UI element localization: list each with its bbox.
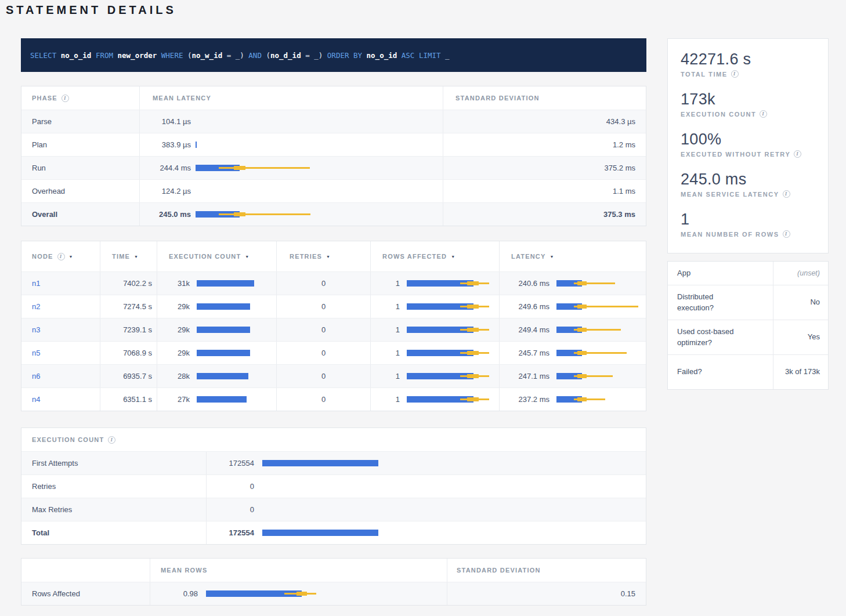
sort-desc-icon xyxy=(69,255,74,259)
column-header-retries[interactable]: RETRIES xyxy=(277,241,371,271)
count-bar-chart xyxy=(197,303,268,310)
count-bar-chart xyxy=(262,530,635,536)
column-header-label: NODE xyxy=(32,253,53,260)
column-header-rows-affected[interactable]: ROWS AFFECTED xyxy=(371,241,500,271)
info-icon[interactable] xyxy=(731,70,739,78)
table-row: n1 7402.2 s 31k 0 1 240.6 ms xyxy=(21,271,646,295)
stdev-mid-bar xyxy=(577,305,587,309)
detail-value: (unset) xyxy=(773,262,828,285)
mean-latency-value: 383.9 µs xyxy=(140,140,191,149)
execution-count-value: 29k xyxy=(157,302,190,311)
rows-affected-value: 1 xyxy=(371,302,400,311)
count-bar xyxy=(197,280,254,287)
mean-rows-value: 0.98 xyxy=(150,589,198,598)
latency-value: 237.2 ms xyxy=(500,395,549,404)
phase-name: Run xyxy=(21,157,140,179)
execution-count-value: 29k xyxy=(157,325,190,334)
latency-bar-chart xyxy=(556,350,638,356)
sql-identifier: no_w_id xyxy=(192,51,223,60)
detail-label: Used cost-based optimizer? xyxy=(677,327,746,349)
stdev-mid-bar xyxy=(577,374,587,378)
stdev-value: 375.3 ms xyxy=(443,203,646,226)
node-stats-table: NODE TIME EXECUTION COUNT RETRIES ROWS A… xyxy=(21,241,646,411)
detail-value: No xyxy=(773,285,828,320)
stdev-mid-bar xyxy=(467,328,479,332)
column-header-latency[interactable]: LATENCY xyxy=(500,241,646,271)
stat-label: EXECUTED WITHOUT RETRY xyxy=(681,151,790,158)
time-value: 7402.2 s xyxy=(100,272,157,295)
mean-latency-value: 245.0 ms xyxy=(140,210,191,219)
sql-keyword: WHERE xyxy=(161,51,187,60)
stat-mean-service-latency: 245.0 ms MEAN SERVICE LATENCY xyxy=(681,171,815,198)
retries-value: 0 xyxy=(277,295,371,318)
latency-bar-chart xyxy=(556,280,638,287)
rows-bar-chart xyxy=(407,303,491,310)
rows-bar-chart xyxy=(407,373,491,379)
exec-row-value: 172554 xyxy=(207,528,254,537)
latency-value: 249.6 ms xyxy=(500,302,549,311)
rows-affected-value: 1 xyxy=(371,349,400,357)
info-icon[interactable] xyxy=(57,253,65,260)
node-link[interactable]: n5 xyxy=(32,349,40,357)
stdev-bar xyxy=(219,213,310,215)
exec-row-value: 172554 xyxy=(207,459,254,468)
sql-identifier: no_o_id xyxy=(367,51,402,60)
stat-value: 245.0 ms xyxy=(681,171,815,189)
latency-value: 249.4 ms xyxy=(500,325,549,334)
sql-text: = _) xyxy=(222,51,248,60)
rows-bar-chart xyxy=(407,327,491,333)
stdev-mid-bar xyxy=(467,305,479,309)
column-header-node[interactable]: NODE xyxy=(21,241,100,271)
retries-value: 0 xyxy=(277,365,371,387)
sql-keyword: ASC LIMIT xyxy=(402,51,445,60)
detail-label: Distributed execution? xyxy=(677,292,746,314)
sql-statement: SELECT no_o_id FROM new_order WHERE (no_… xyxy=(21,38,646,72)
detail-label: Failed? xyxy=(677,367,702,378)
sql-text: ( xyxy=(266,51,270,60)
info-icon[interactable] xyxy=(62,95,69,102)
column-header-execution-count[interactable]: EXECUTION COUNT xyxy=(157,241,277,271)
stat-value: 173k xyxy=(681,90,815,108)
node-link[interactable]: n6 xyxy=(32,372,40,381)
info-icon[interactable] xyxy=(783,190,790,198)
stat-mean-number-of-rows: 1 MEAN NUMBER OF ROWS xyxy=(681,211,815,238)
info-icon[interactable] xyxy=(108,436,115,444)
stat-value: 1 xyxy=(681,211,815,229)
column-header-empty xyxy=(21,559,150,582)
rows-bar-chart xyxy=(407,396,491,403)
sql-keyword: SELECT xyxy=(30,51,61,60)
stdev-value: 1.1 ms xyxy=(443,180,646,202)
table-row: Max Retries 0 xyxy=(21,498,646,521)
sort-desc-icon xyxy=(245,255,250,259)
node-link[interactable]: n1 xyxy=(32,279,40,288)
detail-row-cost-based-optimizer: Used cost-based optimizer? Yes xyxy=(668,320,828,354)
column-header-label: MEAN LATENCY xyxy=(153,95,211,102)
latency-bar-chart xyxy=(556,327,638,333)
column-header-standard-deviation: STANDARD DEVIATION xyxy=(443,86,646,110)
stat-value: 42271.6 s xyxy=(681,50,815,68)
column-header-time[interactable]: TIME xyxy=(100,241,157,271)
count-bar-chart xyxy=(262,460,635,466)
node-link[interactable]: n3 xyxy=(32,325,40,334)
execution-count-value: 31k xyxy=(157,279,190,288)
table-row: n6 6935.7 s 28k 0 1 247.1 ms xyxy=(21,364,646,387)
rows-affected-value: 1 xyxy=(371,372,400,381)
latency-bar-chart xyxy=(196,118,435,125)
exec-row-value: 0 xyxy=(207,505,254,514)
count-bar-chart xyxy=(197,373,268,379)
table-row: n4 6351.1 s 27k 0 1 237.2 ms xyxy=(21,387,646,411)
latency-value: 245.7 ms xyxy=(500,349,549,357)
node-link[interactable]: n2 xyxy=(32,302,40,311)
info-icon[interactable] xyxy=(783,230,790,238)
info-icon[interactable] xyxy=(760,110,767,118)
sort-desc-icon xyxy=(550,255,555,259)
rows-affected-table: MEAN ROWS STANDARD DEVIATION Rows Affect… xyxy=(21,558,646,606)
exec-row-label: Retries xyxy=(21,475,207,498)
info-icon[interactable] xyxy=(794,150,801,158)
rows-affected-value: 1 xyxy=(371,395,400,404)
column-header-mean-latency: MEAN LATENCY xyxy=(140,86,443,110)
sql-text: = _) xyxy=(301,51,327,60)
column-header-label: MEAN ROWS xyxy=(161,567,207,574)
column-header-standard-deviation: STANDARD DEVIATION xyxy=(447,559,646,582)
node-link[interactable]: n4 xyxy=(32,395,40,404)
